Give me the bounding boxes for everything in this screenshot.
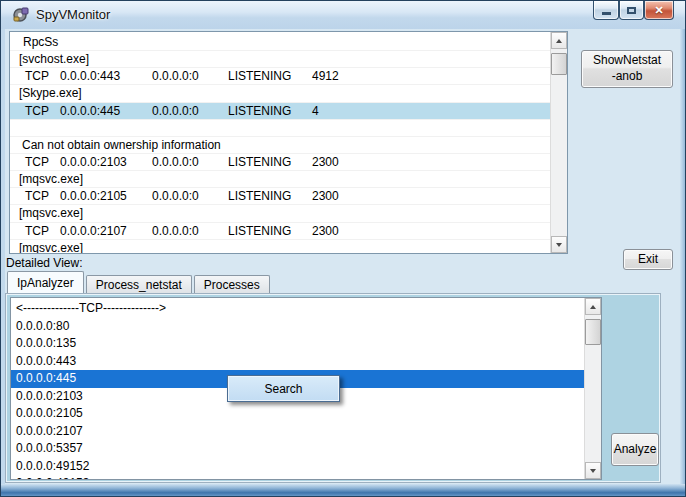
netstat-row[interactable]: TCP0.0.0.0:21070.0.0.0:0LISTENING2300	[10, 223, 550, 240]
search-menu-item-label: Search	[264, 382, 302, 396]
detailed-view-label: Detailed View:	[6, 256, 83, 270]
netstat-cell-foreign: 0.0.0.0:0	[152, 103, 199, 119]
scroll-up-button[interactable]	[585, 298, 601, 315]
netstat-cell-pid: 2300	[312, 223, 339, 239]
ip-list-item[interactable]: 0.0.0.0:49152	[11, 458, 584, 476]
netstat-cell-local: 0.0.0.0:443	[60, 68, 120, 84]
minimize-icon	[602, 12, 611, 15]
netstat-cell-local: 0.0.0.0:2107	[60, 223, 127, 239]
scrollbar-thumb[interactable]	[585, 319, 601, 345]
close-icon: ✕	[654, 5, 663, 16]
tab-processes[interactable]: Processes	[194, 275, 270, 293]
window-frame-right	[680, 29, 686, 484]
netstat-cell-proto: TCP	[25, 103, 49, 119]
tab-process-netstat[interactable]: Process_netstat	[86, 275, 192, 293]
tab-ipanalyzer[interactable]: IpAnalyzer	[7, 271, 84, 293]
netstat-cell-pid: 2300	[312, 188, 339, 204]
show-netstat-label-line2: -anob	[612, 69, 643, 85]
netstat-cell-pid: 4912	[312, 68, 339, 84]
netstat-row[interactable]	[10, 120, 550, 137]
netstat-cell-state: LISTENING	[228, 68, 291, 84]
netstat-cell-foreign: 0.0.0.0:0	[152, 154, 199, 170]
netstat-list[interactable]: RpcSs[svchost.exe]TCP0.0.0.0:4430.0.0.0:…	[9, 31, 568, 254]
arrow-up-icon	[556, 39, 562, 43]
netstat-cell-proto: TCP	[25, 154, 49, 170]
scrollbar-thumb[interactable]	[551, 53, 567, 75]
show-netstat-label-line1: ShowNetstat	[593, 53, 661, 69]
ip-list-item[interactable]: 0.0.0.0:135	[11, 335, 584, 353]
scroll-down-button[interactable]	[585, 462, 601, 479]
ip-list-item[interactable]: 0.0.0.0:2107	[11, 423, 584, 441]
window-title: SpyVMonitor	[36, 7, 110, 22]
analyze-button[interactable]: Analyze	[611, 433, 659, 466]
netstat-row[interactable]: TCP0.0.0.0:21030.0.0.0:0LISTENING2300	[10, 154, 550, 171]
titlebar: SpyVMonitor ✕	[1, 1, 685, 29]
app-icon	[12, 6, 30, 24]
netstat-row[interactable]: Can not obtain ownership information	[10, 137, 550, 154]
netstat-row[interactable]: [mqsvc.exe]	[10, 171, 550, 188]
netstat-cell-local: 0.0.0.0:445	[60, 103, 120, 119]
minimize-button[interactable]	[593, 1, 619, 20]
netstat-cell-pid: 2300	[312, 154, 339, 170]
tab-label: IpAnalyzer	[17, 276, 74, 290]
ip-list-item[interactable]: <--------------TCP-------------->	[11, 300, 584, 318]
arrow-down-icon	[556, 243, 562, 247]
netstat-cell-proto: TCP	[25, 223, 49, 239]
netstat-cell-state: LISTENING	[228, 223, 291, 239]
netstat-cell-proto: TCP	[25, 68, 49, 84]
ip-list-item[interactable]: 0.0.0.0:80	[11, 318, 584, 336]
netstat-cell-foreign: 0.0.0.0:0	[152, 223, 199, 239]
window-frame-bottom	[1, 484, 686, 497]
close-button[interactable]: ✕	[644, 1, 674, 20]
netstat-row[interactable]: TCP0.0.0.0:4430.0.0.0:0LISTENING4912	[10, 68, 550, 85]
app-window: SpyVMonitor ✕ RpcSs[svchost.exe]TCP0.0.0…	[0, 0, 686, 497]
scroll-up-button[interactable]	[551, 32, 567, 49]
netstat-cell-local: 0.0.0.0:2103	[60, 154, 127, 170]
netstat-cell-state: LISTENING	[228, 188, 291, 204]
netstat-row[interactable]: [Skype.exe]	[10, 85, 550, 102]
netstat-row[interactable]: [mqsvc.exe]	[10, 205, 550, 222]
tab-label: Processes	[204, 278, 260, 292]
netstat-cell-proto: TCP	[25, 188, 49, 204]
context-menu-search[interactable]: Search	[227, 375, 340, 402]
maximize-button[interactable]	[619, 1, 644, 20]
netstat-cell-foreign: 0.0.0.0:0	[152, 68, 199, 84]
netstat-row[interactable]: [mqsvc.exe]	[10, 240, 550, 254]
netstat-row[interactable]: TCP0.0.0.0:4450.0.0.0:0LISTENING4	[10, 103, 550, 120]
arrow-up-icon	[590, 305, 596, 309]
netstat-list-rows: RpcSs[svchost.exe]TCP0.0.0.0:4430.0.0.0:…	[10, 34, 550, 254]
exit-label: Exit	[638, 252, 658, 268]
netstat-cell-pid: 4	[312, 103, 319, 119]
tab-label: Process_netstat	[96, 278, 182, 292]
netstat-cell-local: 0.0.0.0:2105	[60, 188, 127, 204]
netstat-cell-foreign: 0.0.0.0:0	[152, 188, 199, 204]
netstat-cell-state: LISTENING	[228, 103, 291, 119]
exit-button[interactable]: Exit	[623, 249, 673, 270]
scroll-down-button[interactable]	[551, 236, 567, 253]
netstat-list-scrollbar[interactable]	[550, 32, 567, 253]
netstat-row[interactable]: TCP0.0.0.0:21050.0.0.0:0LISTENING2300	[10, 188, 550, 205]
tabstrip: IpAnalyzer Process_netstat Processes	[7, 272, 272, 293]
netstat-row[interactable]: RpcSs	[10, 34, 550, 51]
ip-list-scrollbar[interactable]	[584, 298, 601, 479]
ip-list-item[interactable]: 0.0.0.0:49153	[11, 475, 584, 480]
ip-list-item[interactable]: 0.0.0.0:2105	[11, 405, 584, 423]
analyze-label: Analyze	[614, 442, 657, 458]
netstat-row[interactable]: [svchost.exe]	[10, 51, 550, 68]
maximize-icon	[627, 7, 636, 14]
ip-list-item[interactable]: 0.0.0.0:443	[11, 353, 584, 371]
show-netstat-button[interactable]: ShowNetstat -anob	[581, 50, 673, 88]
netstat-cell-state: LISTENING	[228, 154, 291, 170]
arrow-down-icon	[590, 469, 596, 473]
ip-list-item[interactable]: 0.0.0.0:5357	[11, 440, 584, 458]
